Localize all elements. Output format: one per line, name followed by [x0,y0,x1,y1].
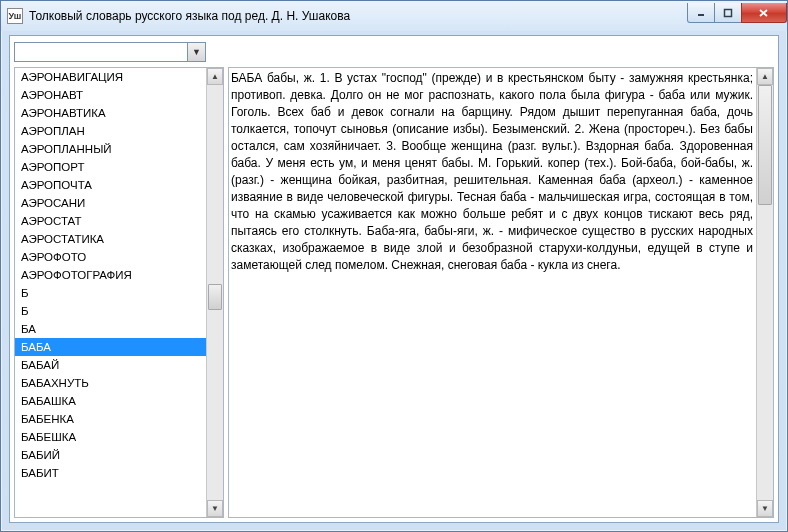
search-dropdown-button[interactable]: ▼ [188,42,206,62]
search-combo: ▼ [14,42,206,62]
content-area: АЭРОНАВИГАЦИЯАЭРОНАВТАЭРОНАВТИКААЭРОПЛАН… [10,66,778,522]
scroll-up-button[interactable]: ▲ [757,68,773,85]
word-item[interactable]: АЭРОПОРТ [15,158,206,176]
window-controls [688,3,787,23]
chevron-up-icon: ▲ [211,72,219,81]
maximize-button[interactable] [714,3,742,23]
word-item[interactable]: АЭРОСАНИ [15,194,206,212]
window-title: Толковый словарь русского языка под ред.… [29,9,688,23]
word-item[interactable]: Б [15,284,206,302]
svg-rect-1 [725,9,732,16]
toolbar: ▼ [10,36,778,66]
scroll-thumb[interactable] [208,284,222,310]
word-item[interactable]: БАБА [15,338,206,356]
word-item[interactable]: БАБЕШКА [15,428,206,446]
word-item[interactable]: АЭРОНАВТ [15,86,206,104]
minimize-icon [696,8,706,18]
scroll-thumb[interactable] [758,85,772,205]
word-list-scrollbar[interactable]: ▲ ▼ [206,68,223,517]
word-item[interactable]: АЭРОФОТОГРАФИЯ [15,266,206,284]
definition-scrollbar[interactable]: ▲ ▼ [756,68,773,517]
word-item[interactable]: АЭРОФОТО [15,248,206,266]
close-icon [758,8,770,18]
chevron-up-icon: ▲ [761,72,769,81]
word-list[interactable]: АЭРОНАВИГАЦИЯАЭРОНАВТАЭРОНАВТИКААЭРОПЛАН… [15,68,223,517]
definition-headword: БАБА [231,71,262,85]
minimize-button[interactable] [687,3,715,23]
scroll-down-button[interactable]: ▼ [757,500,773,517]
scroll-down-button[interactable]: ▼ [207,500,223,517]
chevron-down-icon: ▼ [761,504,769,513]
app-window: Уш Толковый словарь русского языка под р… [0,0,788,532]
definition-text: БАБА бабы, ж. 1. В устах "господ" (прежд… [231,70,767,274]
word-list-pane: АЭРОНАВИГАЦИЯАЭРОНАВТАЭРОНАВТИКААЭРОПЛАН… [14,67,224,518]
word-item[interactable]: АЭРОНАВИГАЦИЯ [15,68,206,86]
chevron-down-icon: ▼ [211,504,219,513]
client-area: ▼ АЭРОНАВИГАЦИЯАЭРОНАВТАЭРОНАВТИКААЭРОПЛ… [9,35,779,523]
scroll-track[interactable] [757,85,773,500]
word-item[interactable]: БАБАШКА [15,392,206,410]
word-item[interactable]: БАБИТ [15,464,206,482]
close-button[interactable] [741,3,787,23]
word-item[interactable]: АЭРОПЛАН [15,122,206,140]
scroll-track[interactable] [207,85,223,500]
scroll-up-button[interactable]: ▲ [207,68,223,85]
maximize-icon [723,8,733,18]
word-item[interactable]: АЭРОСТАТ [15,212,206,230]
word-item[interactable]: АЭРОПОЧТА [15,176,206,194]
word-item[interactable]: Б [15,302,206,320]
app-icon: Уш [7,8,23,24]
word-item[interactable]: БАБЕНКА [15,410,206,428]
titlebar[interactable]: Уш Толковый словарь русского языка под р… [1,1,787,31]
search-input[interactable] [14,42,188,62]
word-item[interactable]: БА [15,320,206,338]
definition-body: бабы, ж. 1. В устах "господ" (прежде) и … [231,71,753,272]
word-item[interactable]: БАБИЙ [15,446,206,464]
word-item[interactable]: БАБАХНУТЬ [15,374,206,392]
word-item[interactable]: АЭРОПЛАННЫЙ [15,140,206,158]
word-item[interactable]: БАБАЙ [15,356,206,374]
definition-pane: БАБА бабы, ж. 1. В устах "господ" (прежд… [228,67,774,518]
word-item[interactable]: АЭРОСТАТИКА [15,230,206,248]
chevron-down-icon: ▼ [192,47,201,57]
word-item[interactable]: АЭРОНАВТИКА [15,104,206,122]
